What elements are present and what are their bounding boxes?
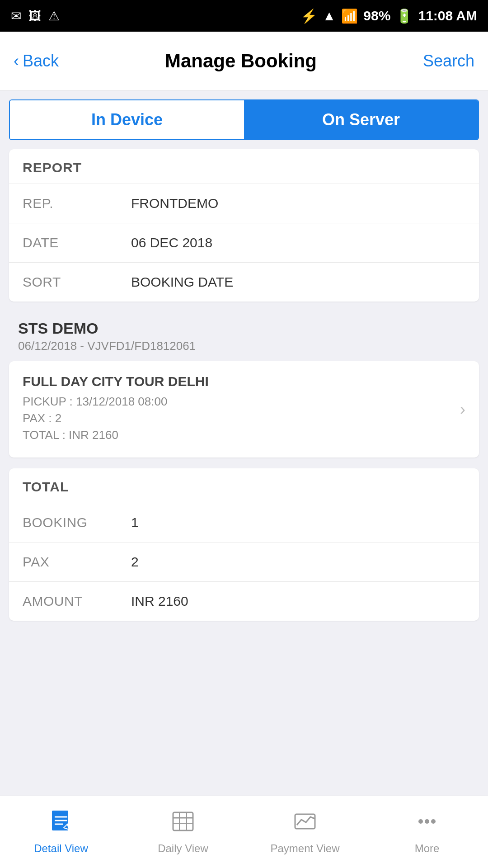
battery-percent: 98% — [363, 8, 390, 24]
detail-view-label: Detail View — [34, 842, 88, 855]
report-row-date: DATE 06 DEC 2018 — [9, 223, 479, 262]
gmail-icon: ✉ — [11, 9, 21, 24]
tab-payment-view[interactable]: Payment View — [244, 810, 366, 855]
report-row-rep: REP. FRONTDEMO — [9, 184, 479, 223]
report-section-title: REPORT — [9, 149, 479, 184]
daily-view-icon — [171, 810, 195, 839]
pax-label: PAX — [23, 554, 131, 570]
total-row-pax: PAX 2 — [9, 542, 479, 581]
status-icons: ✉ 🖼 ⚠ — [11, 9, 60, 24]
back-button[interactable]: ‹ Back — [14, 52, 59, 71]
detail-view-icon — [49, 810, 73, 839]
wifi-icon: ▲ — [323, 8, 336, 24]
pax-count: 2 — [131, 554, 139, 570]
tab-more[interactable]: More — [366, 810, 488, 855]
payment-view-icon — [293, 810, 317, 839]
booking-section-header: STS DEMO 06/12/2018 - VJVFD1/FD1812061 — [9, 312, 479, 357]
svg-point-11 — [418, 819, 423, 824]
report-card: REPORT REP. FRONTDEMO DATE 06 DEC 2018 S… — [9, 149, 479, 302]
rep-value: FRONTDEMO — [131, 196, 218, 211]
more-icon — [415, 810, 439, 839]
booking-label: BOOKING — [23, 515, 131, 530]
segment-control: In Device On Server — [9, 99, 479, 140]
tab-on-server[interactable]: On Server — [244, 100, 478, 139]
alert-icon: ⚠ — [48, 9, 60, 24]
status-info: ⚡ ▲ 📶 98% 🔋 11:08 AM — [300, 8, 477, 24]
sort-label: SORT — [23, 274, 131, 290]
clock: 11:08 AM — [418, 8, 477, 24]
tab-in-device[interactable]: In Device — [10, 100, 244, 139]
tab-daily-view[interactable]: Daily View — [122, 810, 244, 855]
date-label: DATE — [23, 235, 131, 250]
payment-view-label: Payment View — [271, 842, 340, 855]
amount-label: AMOUNT — [23, 594, 131, 609]
bottom-tab-bar: Detail View Daily View Payment View — [0, 796, 488, 868]
rep-label: REP. — [23, 196, 131, 211]
status-bar: ✉ 🖼 ⚠ ⚡ ▲ 📶 98% 🔋 11:08 AM — [0, 0, 488, 32]
report-row-sort: SORT BOOKING DATE — [9, 262, 479, 302]
totals-section-title: TOTAL — [9, 468, 479, 503]
search-button[interactable]: Search — [423, 52, 474, 71]
tour-title: FULL DAY CITY TOUR DELHI — [23, 374, 209, 389]
pickup-detail: PICKUP : 13/12/2018 08:00 — [23, 395, 209, 409]
svg-point-13 — [431, 819, 436, 824]
total-detail: TOTAL : INR 2160 — [23, 428, 209, 442]
chevron-right-icon: › — [460, 400, 465, 419]
totals-card: TOTAL BOOKING 1 PAX 2 AMOUNT INR 2160 — [9, 468, 479, 621]
battery-icon: 🔋 — [396, 8, 413, 24]
tab-detail-view[interactable]: Detail View — [0, 810, 122, 855]
photo-icon: 🖼 — [28, 9, 41, 24]
signal-icon: 📶 — [341, 8, 358, 24]
booking-title: STS DEMO — [18, 320, 470, 337]
bluetooth-icon: ⚡ — [300, 8, 317, 24]
pax-detail: PAX : 2 — [23, 411, 209, 425]
booking-card-content: FULL DAY CITY TOUR DELHI PICKUP : 13/12/… — [23, 374, 209, 445]
booking-card[interactable]: FULL DAY CITY TOUR DELHI PICKUP : 13/12/… — [9, 361, 479, 458]
date-value: 06 DEC 2018 — [131, 235, 212, 250]
booking-section: STS DEMO 06/12/2018 - VJVFD1/FD1812061 F… — [9, 312, 479, 458]
back-chevron-icon: ‹ — [14, 52, 19, 71]
total-row-booking: BOOKING 1 — [9, 503, 479, 542]
nav-header: ‹ Back Manage Booking Search — [0, 32, 488, 90]
amount-value: INR 2160 — [131, 594, 188, 609]
daily-view-label: Daily View — [158, 842, 208, 855]
svg-rect-5 — [173, 812, 193, 830]
booking-count: 1 — [131, 515, 139, 530]
total-row-amount: AMOUNT INR 2160 — [9, 581, 479, 621]
more-label: More — [415, 842, 440, 855]
page-title: Manage Booking — [165, 50, 317, 72]
svg-point-12 — [425, 819, 429, 824]
sort-value: BOOKING DATE — [131, 274, 233, 290]
booking-subtitle: 06/12/2018 - VJVFD1/FD1812061 — [18, 339, 470, 353]
back-label: Back — [23, 52, 59, 71]
main-content: REPORT REP. FRONTDEMO DATE 06 DEC 2018 S… — [0, 140, 488, 722]
